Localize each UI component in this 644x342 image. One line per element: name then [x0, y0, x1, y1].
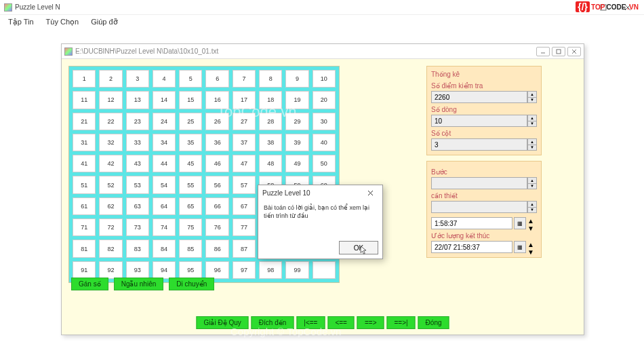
grid-cell[interactable]: 12 [99, 91, 122, 109]
grid-cell[interactable]: 97 [233, 261, 256, 279]
grid-cell[interactable]: 46 [205, 155, 228, 172]
grid-cell[interactable]: 43 [126, 155, 149, 172]
step-spinner-1[interactable]: ▲▼ [431, 177, 537, 189]
grid-cell[interactable]: 11 [73, 91, 96, 109]
move-button[interactable]: Di chuyển [169, 278, 214, 290]
spin-up-icon[interactable]: ▲ [527, 201, 537, 207]
grid-cell[interactable]: 14 [153, 91, 176, 109]
grid-cell[interactable]: 82 [99, 240, 122, 257]
grid-cell[interactable]: 31 [73, 134, 96, 151]
grid-cell[interactable]: 50 [313, 155, 336, 172]
spin-down-icon[interactable]: ▼ [527, 145, 537, 151]
grid-cell[interactable]: 44 [153, 155, 176, 172]
grid-cell[interactable]: 67 [233, 197, 256, 215]
grid-cell[interactable]: 30 [313, 113, 336, 130]
datetime-row-2[interactable]: ▦▲▼ [431, 241, 537, 253]
grid-cell[interactable]: 15 [179, 91, 202, 109]
grid-cell[interactable]: 19 [285, 91, 308, 109]
grid-cell[interactable]: 1 [73, 70, 96, 88]
cols-input[interactable] [431, 138, 527, 151]
rows-input[interactable] [431, 115, 527, 127]
grid-cell[interactable]: 74 [153, 218, 176, 236]
points-input[interactable] [431, 91, 527, 103]
dest-button[interactable]: Đích đến [251, 316, 294, 329]
grid-cell[interactable]: 77 [233, 218, 256, 236]
spin-up-icon[interactable]: ▲ [527, 91, 537, 97]
grid-cell[interactable]: 2 [99, 70, 122, 88]
spin-down-icon[interactable]: ▼ [527, 248, 537, 256]
grid-cell[interactable]: 49 [285, 155, 308, 172]
dt-input-2[interactable] [431, 241, 512, 253]
grid-cell[interactable]: 26 [205, 113, 228, 130]
spin-up-icon[interactable]: ▲ [527, 217, 537, 225]
grid-cell[interactable]: 84 [153, 240, 176, 257]
grid-cell[interactable]: 4 [153, 70, 176, 88]
grid-cell[interactable]: 5 [179, 70, 202, 88]
grid-cell[interactable]: 23 [126, 113, 149, 130]
grid-cell[interactable]: 75 [179, 218, 202, 236]
grid-cell[interactable]: 98 [259, 261, 282, 279]
spin-down-icon[interactable]: ▼ [527, 183, 537, 190]
spin-up-icon[interactable]: ▲ [527, 241, 537, 248]
grid-cell[interactable]: 55 [179, 176, 202, 193]
grid-cell[interactable]: 37 [233, 134, 256, 151]
grid-cell[interactable]: 10 [313, 70, 336, 88]
grid-cell[interactable]: 86 [205, 240, 228, 257]
grid-cell[interactable]: 27 [233, 113, 256, 130]
grid-cell[interactable]: 18 [259, 91, 282, 109]
grid-cell[interactable]: 81 [73, 240, 96, 257]
random-button[interactable]: Ngẫu nhiên [114, 278, 164, 290]
grid-cell[interactable]: 95 [179, 261, 202, 279]
grid-cell[interactable]: 25 [179, 113, 202, 130]
grid-cell[interactable]: 40 [313, 134, 336, 151]
grid-cell[interactable]: 93 [126, 261, 149, 279]
grid-cell[interactable]: 9 [285, 70, 308, 88]
menu-file[interactable]: Tập Tin [3, 16, 39, 28]
grid-cell[interactable]: 47 [233, 155, 256, 172]
grid-cell[interactable]: 20 [313, 91, 336, 109]
grid-cell[interactable]: 56 [205, 176, 228, 193]
grid-cell[interactable]: 94 [153, 261, 176, 279]
grid-cell[interactable]: 42 [99, 155, 122, 172]
grid-cell[interactable]: 54 [153, 176, 176, 193]
step-spinner-2[interactable]: ▲▼ [431, 201, 537, 213]
grid-cell[interactable]: 92 [99, 261, 122, 279]
grid-cell[interactable]: 73 [126, 218, 149, 236]
child-minimize-button[interactable] [536, 47, 550, 56]
grid-cell[interactable]: 57 [233, 176, 256, 193]
child-maximize-button[interactable] [552, 47, 565, 56]
grid-cell[interactable]: 91 [73, 261, 96, 279]
dialog-ok-button[interactable]: OK [339, 241, 378, 254]
grid-cell[interactable]: 28 [259, 113, 282, 130]
grid-cell[interactable]: 64 [153, 197, 176, 215]
grid-cell[interactable]: 62 [99, 197, 122, 215]
grid-cell[interactable]: 38 [259, 134, 282, 151]
last-button[interactable]: ==>| [386, 316, 415, 329]
dialog-close-button[interactable] [362, 187, 378, 199]
spin-up-icon[interactable]: ▲ [527, 177, 537, 183]
grid-cell[interactable]: 6 [205, 70, 228, 88]
grid-cell[interactable]: 8 [259, 70, 282, 88]
grid-cell[interactable]: 33 [126, 134, 149, 151]
grid-cell[interactable]: 16 [205, 91, 228, 109]
grid-cell[interactable]: 71 [73, 218, 96, 236]
next-button[interactable]: ==> [357, 316, 384, 329]
dt-input-1[interactable] [431, 217, 512, 229]
assign-button[interactable]: Gán số [71, 278, 108, 290]
step-input-1[interactable] [431, 177, 527, 189]
grid-cell[interactable]: 17 [233, 91, 256, 109]
grid-cell[interactable]: 85 [179, 240, 202, 257]
grid-cell[interactable]: 41 [73, 155, 96, 172]
grid-cell[interactable]: 76 [205, 218, 228, 236]
spin-up-icon[interactable]: ▲ [527, 138, 537, 145]
grid-cell[interactable]: 29 [285, 113, 308, 130]
calendar-icon[interactable]: ▦ [514, 217, 526, 229]
grid-cell[interactable]: 24 [153, 113, 176, 130]
solve-button[interactable]: Giải Đệ Quy [196, 316, 248, 329]
grid-cell[interactable]: 83 [126, 240, 149, 257]
grid-cell[interactable]: 48 [259, 155, 282, 172]
grid-cell[interactable]: 87 [233, 240, 256, 257]
spin-down-icon[interactable]: ▼ [527, 97, 537, 104]
calendar-icon[interactable]: ▦ [514, 241, 526, 253]
grid-cell[interactable]: 63 [126, 197, 149, 215]
